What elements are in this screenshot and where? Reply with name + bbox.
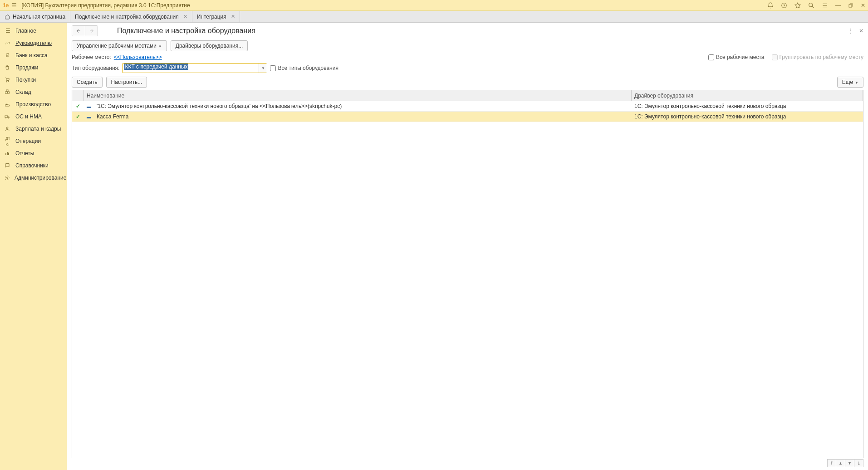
btn-label: Еще [842,79,853,85]
close-panel-icon[interactable]: ✕ [859,28,863,34]
minimize-icon[interactable]: — [835,2,841,9]
checkbox-input[interactable] [708,54,714,60]
sidebar-item-production[interactable]: Производство [0,98,67,110]
tab-home[interactable]: Начальная страница [0,11,70,22]
col-driver[interactable]: Драйвер оборудования [632,90,863,101]
checkbox-input[interactable] [270,65,276,71]
boxes-icon [5,89,11,95]
bell-icon[interactable] [767,2,774,9]
svg-point-15 [8,118,9,118]
svg-rect-7 [849,5,852,7]
sidebar-item-admin[interactable]: Администрирование [0,171,67,184]
sidebar-item-label: Банк и касса [15,52,48,59]
tab-close-icon[interactable]: ✕ [231,14,235,20]
content-area: Подключение и настройка оборудования ⋮ ✕… [67,23,868,470]
checkbox-label: Все типы оборудования [278,65,338,71]
svg-rect-18 [7,152,8,155]
sidebar-item-payroll[interactable]: Зарплата и кадры [0,122,67,135]
sidebar-item-label: Отчеты [15,150,34,157]
sidebar-item-bank[interactable]: ₽ Банк и касса [0,49,67,61]
row-item-icon: ▬ [84,101,94,111]
search-icon[interactable] [808,2,814,9]
tab-equipment[interactable]: Подключение и настройка оборудования ✕ [70,11,192,22]
hamburger-icon[interactable]: ☰ [12,2,17,9]
sidebar-item-label: Производство [15,101,51,108]
person-icon [5,126,11,132]
table-row[interactable]: ✓ ▬ '1С: Эмулятор контрольно-кассовой те… [72,101,863,112]
group-by-workplace-checkbox: Группировать по рабочему месту [772,54,863,60]
sidebar-item-os-nma[interactable]: ОС и НМА [0,110,67,122]
more-button[interactable]: Еще▼ [837,77,863,88]
back-button[interactable] [72,26,85,36]
svg-point-16 [6,127,8,129]
sidebar-item-warehouse[interactable]: Склад [0,86,67,98]
history-icon[interactable] [781,2,787,9]
nav-down-icon[interactable]: ▼ [845,459,854,467]
combo-selected-text: ККТ с передачей данных [124,64,188,70]
sidebar-item-main[interactable]: ☰ Главное [0,24,67,37]
tab-close-icon[interactable]: ✕ [183,14,187,20]
table-body: ✓ ▬ '1С: Эмулятор контрольно-кассовой те… [72,101,863,458]
gear-icon [5,175,10,181]
toolbar-row-1: Управление рабочими местами▼ Драйверы об… [67,39,868,53]
row-name: Касса Ferma [94,112,632,122]
logo-1c: 1e [3,2,8,9]
nav-up-icon[interactable]: ▲ [836,459,845,467]
restore-icon[interactable] [848,3,853,8]
tab-integration[interactable]: Интеграция ✕ [192,11,240,22]
settings-sliders-icon[interactable] [822,2,828,9]
sidebar-item-manager[interactable]: Руководителю [0,37,67,49]
sidebar-item-label: Операции [15,138,41,144]
sidebar-item-catalogs[interactable]: Справочники [0,159,67,171]
equip-type-combo[interactable]: ККТ с передачей данных ▼ [122,63,267,73]
equip-type-label: Тип оборудования: [72,65,119,71]
nav-last-icon[interactable]: ⤓ [854,459,863,467]
truck-icon [5,114,11,119]
action-row: Создать Настроить... Еще▼ [67,74,868,90]
equip-type-input[interactable]: ККТ с передачей данных [123,64,259,73]
sidebar-item-label: Склад [15,89,31,95]
col-name[interactable]: Наименование [84,90,632,101]
configure-button[interactable]: Настроить... [106,77,147,88]
operations-icon: ДтКт [5,135,11,147]
home-icon [5,14,10,20]
forward-button[interactable] [85,26,98,36]
sidebar-item-label: Покупки [15,77,36,83]
sidebar-item-label: Продажи [15,64,38,71]
svg-point-8 [6,81,7,82]
star-icon[interactable] [794,2,801,9]
close-icon[interactable]: ✕ [861,2,865,9]
equipment-table: Наименование Драйвер оборудования ✓ ▬ '1… [72,90,863,458]
row-check-icon: ✓ [72,101,84,111]
bar-chart-icon [5,151,11,156]
workplace-label: Рабочее место: [72,54,111,60]
sidebar-item-label: Главное [15,28,36,34]
all-workplaces-checkbox[interactable]: Все рабочие места [708,54,765,60]
manage-workplaces-button[interactable]: Управление рабочими местами▼ [72,40,167,51]
chart-up-icon [5,40,11,46]
col-check[interactable] [72,90,84,101]
sidebar-item-operations[interactable]: ДтКт Операции [0,135,67,147]
sidebar-item-label: Зарплата и кадры [15,126,61,132]
row-driver: 1С: Эмулятор контрольно-кассовой техники… [632,112,863,122]
create-button[interactable]: Создать [72,77,103,88]
svg-line-3 [812,6,814,8]
sidebar-item-purchases[interactable]: Покупки [0,73,67,86]
sidebar-item-label: Справочники [15,162,49,169]
row-item-icon: ▬ [84,112,94,122]
main-area: ☰ Главное Руководителю ₽ Банк и касса Пр… [0,23,868,470]
kebab-menu-icon[interactable]: ⋮ [848,28,853,34]
list-icon: ☰ [5,28,11,34]
table-row[interactable]: ✓ ▬ Касса Ferma 1С: Эмулятор контрольно-… [72,112,863,122]
svg-point-2 [809,3,813,6]
sidebar-item-reports[interactable]: Отчеты [0,147,67,159]
equipment-drivers-button[interactable]: Драйверы оборудования... [171,40,248,51]
sidebar-item-label: Руководителю [15,40,52,46]
equip-type-row: Тип оборудования: ККТ с передачей данных… [67,62,868,74]
sidebar-item-sales[interactable]: Продажи [0,61,67,73]
nav-first-icon[interactable]: ⤒ [827,459,836,467]
all-equip-types-checkbox[interactable]: Все типы оборудования [270,65,338,71]
svg-point-14 [5,118,6,118]
workplace-user-link[interactable]: <<Пользователь>> [114,54,162,60]
combo-dropdown-button[interactable]: ▼ [259,64,267,73]
